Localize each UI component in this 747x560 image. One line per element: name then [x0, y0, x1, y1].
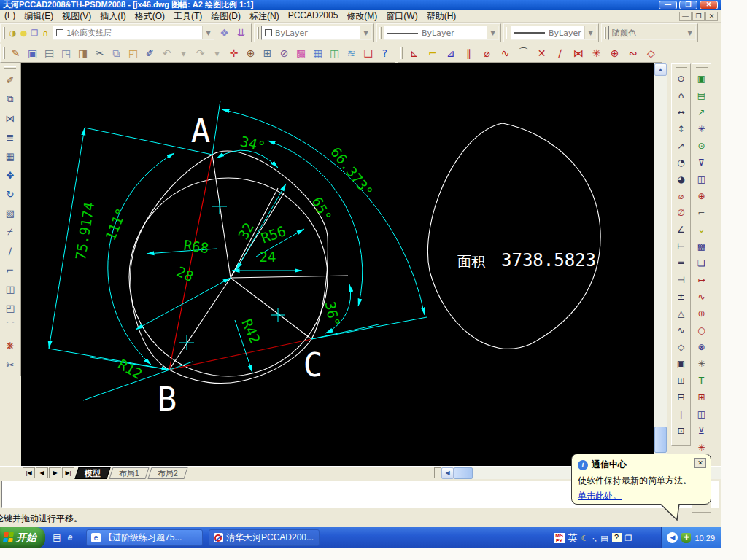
toolbar-icon[interactable]: ⌿ [1, 222, 19, 241]
lineweight-select[interactable]: ByLayer ▼ [511, 26, 597, 40]
toolbar-icon[interactable]: ◫ [694, 405, 710, 422]
toolbar-icon[interactable]: ▾ [175, 45, 192, 61]
redo-icon[interactable]: ↷ [192, 45, 209, 61]
toolbar-icon[interactable]: ▣ [694, 70, 710, 87]
toolbar-icon[interactable]: ⌀ [478, 45, 496, 61]
move-icon[interactable]: ✥ [1, 166, 19, 184]
mdi-restore-button[interactable]: ❐ [692, 12, 705, 21]
collapse-tray-icon[interactable]: ◀ [667, 532, 678, 543]
toolbar-icon[interactable]: ❏ [694, 254, 710, 271]
toolbar-icon[interactable]: ⌐ [694, 204, 710, 221]
linetype-select[interactable]: ByLayer ▼ [384, 26, 499, 40]
tab-prev-button[interactable]: ◀ [36, 467, 48, 478]
toolbar-icon[interactable]: ↕ [673, 120, 689, 137]
toolbar-icon[interactable]: ∕ [551, 45, 569, 61]
toolbar-icon[interactable]: ▣ [673, 355, 689, 372]
toolbar-icon[interactable]: ↦ [694, 271, 710, 288]
copy-icon[interactable]: ⧉ [108, 45, 125, 61]
balloon-close-button[interactable]: ✕ [694, 458, 706, 468]
chevron-down-icon[interactable]: ▼ [684, 26, 695, 39]
mirror-icon[interactable]: ⋈ [1, 109, 19, 128]
toolbar-icon[interactable]: ◳ [58, 45, 74, 61]
menu-item[interactable]: 窗口(W) [382, 10, 422, 23]
toolbar-icon[interactable]: ✳ [587, 45, 605, 61]
tab-model[interactable]: 模型 [74, 467, 110, 479]
ime-mspy-icon[interactable]: MSPY [554, 533, 565, 543]
toolbar-icon[interactable]: ⊕ [694, 305, 710, 322]
toolbar-icon[interactable]: ↗ [694, 104, 710, 120]
toolbar-icon[interactable]: ✕ [533, 45, 551, 61]
toolbar-icon[interactable]: ⊞ [673, 372, 689, 389]
scrollbar-thumb[interactable] [654, 427, 667, 453]
toolbar-icon[interactable]: ▦ [309, 45, 326, 61]
toolbar-icon[interactable]: ⊣ [673, 271, 689, 288]
toolbar-icon[interactable]: ✳ [694, 355, 710, 372]
scroll-up-button[interactable]: ▲ [654, 63, 667, 76]
toolbar-icon[interactable]: ✎ [7, 45, 24, 61]
toolbar-icon[interactable]: ▤ [694, 87, 710, 104]
toolbar-icon[interactable]: ⊕ [694, 187, 710, 204]
toolbar-icon[interactable]: ✐ [142, 45, 158, 61]
toolbar-icon[interactable]: ⊞ [694, 389, 710, 405]
undo-icon[interactable]: ↶ [158, 45, 175, 61]
toolbar-icon[interactable]: ⊡ [673, 422, 689, 439]
toolbar-icon[interactable]: ⊻ [694, 422, 710, 439]
menu-item[interactable]: 修改(M) [342, 10, 382, 23]
toolbar-icon[interactable]: ◔ [673, 154, 689, 171]
toolbar-icon[interactable]: ⌀ [673, 187, 689, 204]
chevron-down-icon[interactable]: ▼ [487, 26, 498, 39]
toolbar-icon[interactable]: ❒ [29, 25, 40, 41]
toolbar-icon[interactable]: ⇊ [233, 25, 249, 41]
tray-doc-icon[interactable]: ▤ [600, 533, 608, 543]
toolbar-icon[interactable]: ⊙ [673, 70, 689, 87]
menu-item[interactable]: 绘图(D) [206, 10, 245, 23]
quick-launch-desktop-icon[interactable]: ▤ [51, 532, 63, 543]
help-tray-icon[interactable]: ? [612, 533, 622, 542]
erase-icon[interactable]: ✐ [1, 71, 19, 90]
toolbar-icon[interactable]: ⊘ [276, 45, 293, 61]
offset-icon[interactable]: ≣ [1, 128, 19, 147]
toolbar-icon[interactable]: ≡ [673, 254, 689, 271]
save-icon[interactable]: ▣ [24, 45, 41, 61]
zoom-icon[interactable]: ⊕ [242, 45, 259, 61]
menu-item[interactable]: 插入(I) [96, 10, 130, 23]
security-shield-icon[interactable]: ✚ [681, 533, 691, 543]
toolbar-icon[interactable]: ○ [694, 322, 710, 338]
toolbar-icon[interactable]: ⊟ [673, 389, 689, 405]
toolbar-icon[interactable]: ◫ [1, 279, 19, 298]
mdi-close-button[interactable]: ✕ [705, 12, 718, 21]
toolbar-icon[interactable]: △ [673, 305, 689, 322]
toolbar-icon[interactable]: ◑ [7, 25, 18, 41]
chevron-down-icon[interactable]: ▼ [360, 26, 371, 39]
tab-layout2[interactable]: 布局2 [148, 467, 188, 479]
toolbar-icon[interactable]: ▩ [293, 45, 309, 61]
toolbar-icon[interactable]: ❘ [673, 405, 689, 422]
trim-icon[interactable]: ∕ [1, 241, 19, 260]
toolbar-icon[interactable]: ❑ [360, 45, 376, 61]
toolbar-icon[interactable]: ± [673, 288, 689, 305]
toolbar-icon[interactable]: ⌐ [1, 260, 19, 279]
toolbar-icon[interactable]: ⌂ [673, 87, 689, 104]
toolbar-icon[interactable]: ⌐ [423, 45, 441, 61]
chevron-down-icon[interactable]: ▼ [202, 26, 214, 39]
toolbar-icon[interactable]: ⊗ [694, 338, 710, 355]
menu-item[interactable]: 编辑(E) [20, 10, 58, 23]
toolbar-icon[interactable]: ∠ [673, 221, 689, 238]
print-icon[interactable]: ▤ [41, 45, 58, 61]
toolbar-icon[interactable]: ⊽ [694, 154, 710, 171]
toolbar-icon[interactable]: ▩ [694, 238, 710, 254]
toolbar-icon[interactable]: ⊞ [259, 45, 276, 61]
task-button-pccad[interactable]: 清华天河PCCAD200... [209, 529, 320, 546]
drawing-canvas[interactable]: 75.9174111°34°66.373°65°R682832R5624R42R… [21, 63, 654, 466]
start-button[interactable]: 开始 [0, 527, 45, 548]
paste-icon[interactable]: ◰ [125, 45, 142, 61]
fillet-icon[interactable]: ⌒ [1, 317, 19, 336]
toolbar-icon[interactable]: ∥ [460, 45, 478, 61]
toolbar-icon[interactable]: ≋ [343, 45, 360, 61]
tab-last-button[interactable]: ▶| [62, 467, 74, 478]
toolbar-icon[interactable]: ⊢ [673, 238, 689, 254]
toolbar-icon[interactable]: ∿ [694, 288, 710, 305]
toolbar-icon[interactable]: ◰ [1, 298, 19, 317]
toolbar-icon[interactable]: ⊿ [441, 45, 460, 61]
tab-next-button[interactable]: ▶ [49, 467, 61, 478]
